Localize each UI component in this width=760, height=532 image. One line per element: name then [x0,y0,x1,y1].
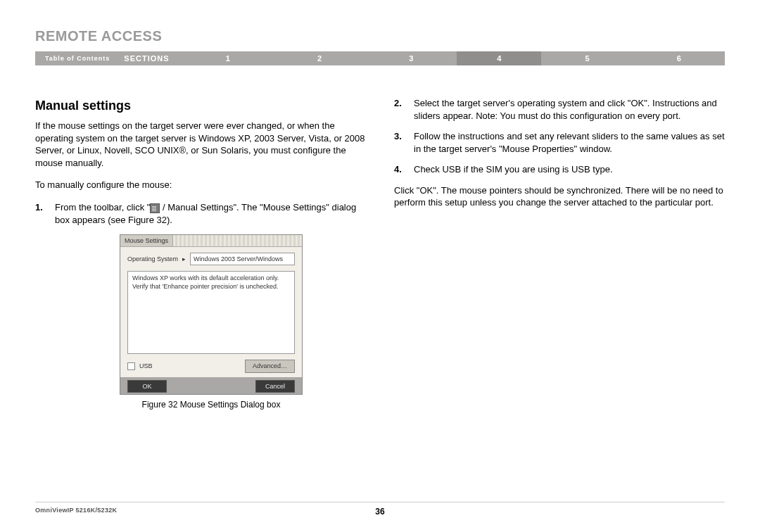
step-1-pre: From the toolbar, click " [55,202,150,213]
step-2-number: 2. [394,97,414,122]
footer-page-number: 36 [375,507,384,517]
os-dropdown-value: Windows 2003 Server/Windows [194,255,283,263]
mouse-settings-dialog: Mouse Settings Operating System ▸ Window… [120,234,303,395]
intro-paragraph: If the mouse settings on the target serv… [35,120,366,169]
step-4-text: Check USB if the SIM you are using is US… [414,163,725,176]
closing-paragraph: Click "OK". The mouse pointers should be… [394,184,725,209]
advanced-button[interactable]: Advanced… [245,360,295,372]
dialog-message: Windows XP works with its default accele… [127,271,295,354]
nav-item-4[interactable]: 4 [457,51,541,65]
step-1-text: From the toolbar, click " / Manual Setti… [55,201,366,226]
mouse-settings-icon [150,203,160,213]
section-subtitle: Manual settings [35,97,366,114]
usb-label: USB [139,362,153,370]
step-2: 2. Select the target server's operating … [394,97,725,122]
nav-item-3[interactable]: 3 [365,54,457,63]
os-arrow-icon: ▸ [182,255,186,263]
step-4-number: 4. [394,163,414,176]
nav-item-1[interactable]: 1 [182,54,274,63]
lead-paragraph: To manually configure the mouse: [35,179,366,191]
page-footer: OmniViewIP 5216K/5232K 36 [35,502,725,514]
dialog-titlebar: Mouse Settings [120,235,302,247]
nav-item-2[interactable]: 2 [274,54,365,63]
figure-caption: Figure 32 Mouse Settings Dialog box [120,399,303,410]
nav-item-5[interactable]: 5 [541,54,633,63]
usb-checkbox[interactable] [127,362,135,370]
nav-toc[interactable]: Table of Contents [35,55,120,62]
nav-item-6[interactable]: 6 [633,54,725,63]
step-1: 1. From the toolbar, click " / Manual Se… [35,201,366,226]
step-3-number: 3. [394,130,414,155]
step-4: 4. Check USB if the SIM you are using is… [394,163,725,176]
step-2-text: Select the target server's operating sys… [414,97,725,122]
cancel-button[interactable]: Cancel [255,380,295,393]
step-1-number: 1. [35,201,55,226]
step-3-text: Follow the instructions and set any rele… [414,130,725,155]
os-dropdown[interactable]: Windows 2003 Server/Windows [190,253,295,265]
section-nav: Table of Contents SECTIONS 1 2 3 4 5 6 [35,51,725,65]
dialog-title: Mouse Settings [120,235,173,246]
footer-product: OmniViewIP 5216K/5232K [35,507,117,514]
step-3: 3. Follow the instructions and set any r… [394,130,725,155]
os-label: Operating System [127,255,178,263]
page-header-title: REMOTE ACCESS [35,28,725,44]
ok-button[interactable]: OK [127,380,167,393]
nav-sections-label: SECTIONS [120,54,182,63]
